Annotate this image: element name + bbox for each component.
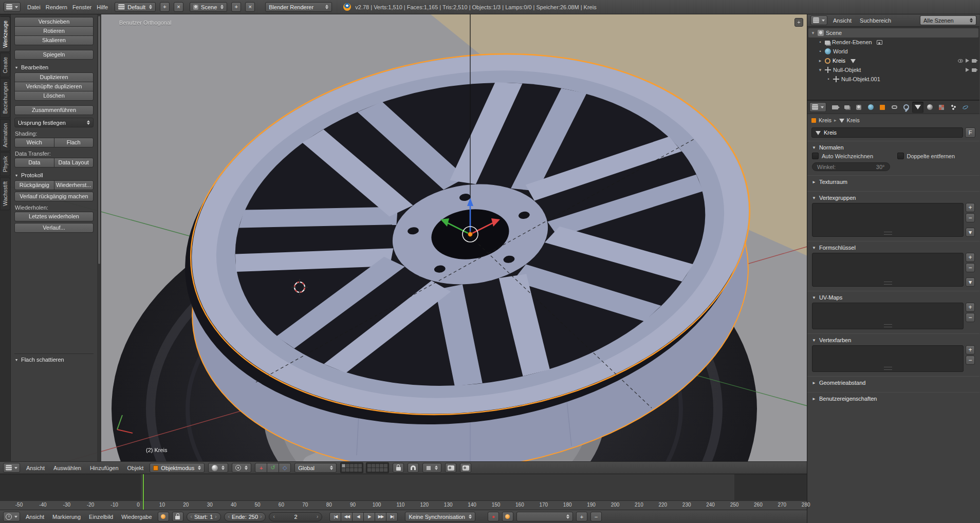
shade-flat-button[interactable]: Flach [54, 138, 94, 147]
sync-mode-select[interactable]: Keine Synchronisation [405, 512, 475, 521]
panel-header[interactable]: ▼ Vertexfarben [812, 336, 975, 345]
visibility-toggle-icon[interactable] [958, 59, 963, 63]
breadcrumb-object[interactable]: Kreis [819, 117, 831, 123]
scrollbar-thumb[interactable] [98, 15, 101, 265]
duplicate-linked-button[interactable]: Verknüpfte duplizieren [14, 82, 94, 91]
outliner-item-null-objekt-001[interactable]: • Null-Objekt.001 [808, 74, 978, 84]
auto-keyframe-toggle[interactable]: ● [488, 512, 499, 521]
panel-header[interactable]: ▼ Normalen [812, 143, 975, 153]
undo-history-button[interactable]: Verlauf rückgängig machen [14, 192, 94, 201]
breadcrumb-data[interactable]: Kreis [847, 117, 860, 123]
add-scene-button[interactable]: + [231, 2, 241, 12]
duplicate-button[interactable]: Duplizieren [14, 72, 94, 82]
screen-layout-select[interactable]: Default [115, 2, 156, 12]
frame-start-field[interactable]: ‹ Start: 1 › [187, 512, 221, 521]
auto-smooth-checkbox[interactable] [812, 153, 819, 159]
use-preview-range-toggle[interactable] [158, 512, 169, 521]
panel-header[interactable]: ▼ UV-Maps [812, 293, 975, 303]
mirror-button[interactable]: Spiegeln [14, 50, 94, 60]
remove-uv-map-button[interactable]: − [966, 313, 975, 322]
delete-layout-button[interactable]: × [174, 2, 183, 12]
jump-to-start-button[interactable]: |◀ [329, 512, 341, 521]
add-uv-map-button[interactable]: + [966, 303, 975, 312]
join-button[interactable]: Zusammenführen [14, 105, 94, 115]
tab-particles[interactable] [948, 102, 959, 113]
viewport-canvas[interactable]: Benutzer Orthogonal (2) Kreis + Werkzeug… [0, 14, 807, 461]
pivot-select[interactable] [232, 463, 251, 473]
outliner-item-null-objekt[interactable]: ▾ Null-Objekt [808, 65, 978, 74]
manipulator-rotate-toggle[interactable]: ↺ [267, 463, 279, 473]
manipulator-translate-toggle[interactable]: + [255, 463, 267, 473]
menu-objekt[interactable]: Objekt [125, 463, 146, 473]
edit-panel-header[interactable]: ▼ Bearbeiten [14, 64, 94, 70]
decrement-icon[interactable]: ‹ [273, 514, 274, 519]
editor-type-button[interactable] [809, 102, 826, 112]
tab-constraints[interactable] [889, 102, 900, 113]
menu-ansicht[interactable]: Ansicht [23, 512, 47, 522]
data-transfer-button[interactable]: Data [14, 158, 54, 167]
undo-button[interactable]: Rückgängig [14, 180, 54, 190]
menu-hinzufuegen[interactable]: Hinzufügen [87, 463, 121, 473]
menu-fenster[interactable]: Fenster [70, 2, 94, 12]
jump-to-end-button[interactable]: ▶| [386, 512, 398, 521]
layer-group-1[interactable] [340, 462, 363, 473]
menu-wiedergabe[interactable]: Wiedergabe [119, 512, 154, 522]
add-vertex-group-button[interactable]: + [966, 203, 975, 212]
tab-wachsstift[interactable]: Wachsstift [0, 177, 10, 210]
decrement-icon[interactable]: ‹ [228, 514, 230, 519]
next-keyframe-button[interactable]: ▶▶ [375, 512, 386, 521]
tab-texture[interactable] [936, 102, 947, 113]
mode-select[interactable]: Objektmodus [150, 463, 205, 473]
transform-orientation-select[interactable]: Global [294, 463, 337, 473]
set-origin-select[interactable]: Ursprung festlegen [14, 118, 94, 127]
tab-material[interactable] [924, 102, 935, 113]
manipulator-scale-toggle[interactable]: ◇ [279, 463, 291, 473]
editor-type-button[interactable] [4, 2, 21, 12]
renderability-toggle-icon[interactable] [972, 59, 976, 63]
frame-end-field[interactable]: ‹ Ende: 250 › [224, 512, 266, 521]
selectability-toggle-icon[interactable] [966, 59, 969, 63]
menu-datei[interactable]: Datei [25, 2, 43, 12]
delete-scene-button[interactable]: × [245, 2, 255, 12]
tab-world[interactable] [865, 102, 876, 113]
tab-beziehungen[interactable]: Beziehungen [0, 78, 10, 118]
menu-suchbereich[interactable]: Suchbereich [857, 15, 894, 26]
data-layout-transfer-button[interactable]: Data Layout [54, 158, 94, 167]
lock-time-toggle[interactable] [172, 512, 183, 521]
translate-button[interactable]: Verschieben [14, 17, 94, 27]
timeline-ruler[interactable]: -50-40-30-20-100102030405060708090100110… [0, 500, 807, 510]
display-mode-select[interactable]: Alle Szenen [920, 15, 976, 25]
tab-render-layers[interactable] [841, 102, 853, 113]
mesh-name-field[interactable]: Kreis [811, 127, 963, 138]
tab-render[interactable] [829, 102, 841, 113]
disclosure-icon[interactable]: ▸ [818, 58, 823, 63]
tab-scene[interactable] [853, 102, 864, 113]
menu-ansicht[interactable]: Ansicht [830, 15, 854, 26]
remove-vertex-group-button[interactable]: − [966, 213, 975, 222]
render-engine-select[interactable]: Blender Renderer [265, 2, 332, 12]
delete-keyframe-button[interactable]: − [590, 512, 602, 521]
history-panel-header[interactable]: ▼ Protokoll [14, 172, 94, 178]
increment-icon[interactable]: › [317, 514, 318, 519]
snap-element-select[interactable] [422, 463, 441, 473]
region-expand-button[interactable]: + [794, 18, 803, 27]
keying-set-select[interactable] [516, 512, 573, 521]
opengl-render-anim-button[interactable] [460, 463, 471, 473]
repeat-history-button[interactable]: Verlauf... [14, 223, 94, 233]
remove-shape-key-button[interactable]: − [966, 263, 975, 272]
shade-smooth-button[interactable]: Weich [14, 138, 54, 147]
editor-type-button[interactable] [3, 512, 20, 521]
menu-auswaehlen[interactable]: Auswählen [51, 463, 84, 473]
increment-icon[interactable]: › [215, 514, 216, 519]
uv-maps-list[interactable] [812, 303, 964, 329]
smooth-angle-slider[interactable]: Winkel: 30° [812, 162, 890, 171]
redo-button[interactable]: Wiederherst... [54, 180, 94, 190]
rotate-button[interactable]: Rotieren [14, 26, 94, 36]
disclosure-icon[interactable]: ▾ [810, 30, 816, 35]
panel-header[interactable]: ► Texturraum [812, 178, 975, 187]
timeline-playhead[interactable] [143, 474, 144, 510]
menu-hilfe[interactable]: Hilfe [94, 2, 110, 12]
vertex-colors-list[interactable] [812, 345, 964, 372]
previous-keyframe-button[interactable]: ◀◀ [341, 512, 353, 521]
opengl-render-button[interactable] [445, 463, 456, 473]
